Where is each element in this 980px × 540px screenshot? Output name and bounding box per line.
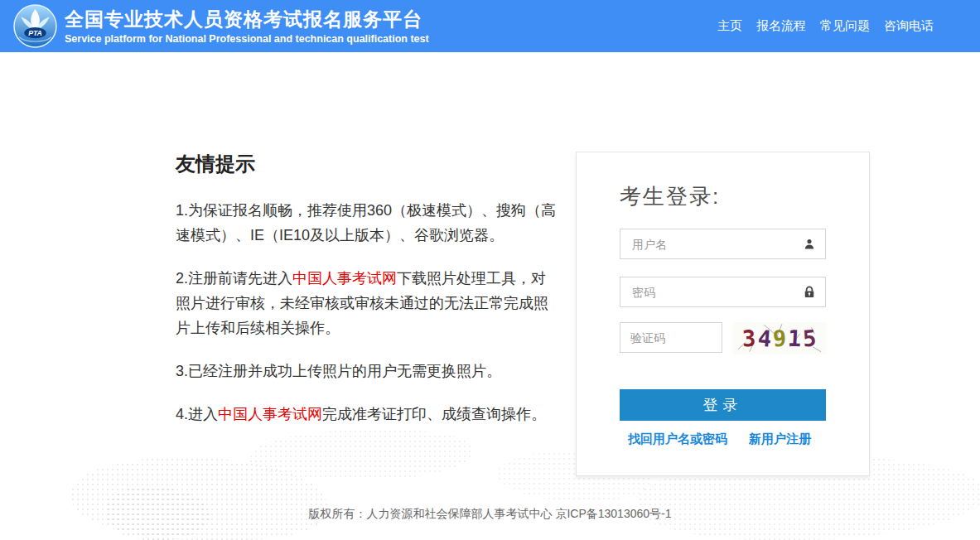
captcha-digit-0: 3 bbox=[741, 325, 758, 352]
site-title: 全国专业技术人员资格考试报名服务平台 bbox=[65, 7, 429, 31]
username-field bbox=[620, 229, 826, 259]
tips-paragraph-3: 3.已经注册并成功上传照片的用户无需更换照片。 bbox=[176, 359, 559, 383]
tips-text: 3.已经注册并成功上传照片的用户无需更换照片。 bbox=[176, 363, 501, 379]
new-user-register-link[interactable]: 新用户注册 bbox=[749, 432, 811, 447]
captcha-digit-4: 5 bbox=[801, 325, 818, 351]
header: PTA 全国专业技术人员资格考试报名服务平台 Service platform … bbox=[0, 0, 980, 52]
login-button[interactable]: 登录 bbox=[620, 389, 826, 421]
captcha-image[interactable]: 3 4 9 1 5 bbox=[733, 322, 826, 354]
site-subtitle: Service platform for National Profession… bbox=[65, 32, 429, 46]
password-field bbox=[620, 277, 826, 307]
tips-paragraph-2: 2.注册前请先进入中国人事考试网下载照片处理工具，对照片进行审核，未经审核或审核… bbox=[176, 266, 559, 340]
copyright-text: 版权所有：人力资源和社会保障部人事考试中心 京ICP备13013060号-1 bbox=[309, 507, 672, 520]
tips-text: 1.为保证报名顺畅，推荐使用360（极速模式）、搜狗（高速模式）、IE（IE10… bbox=[176, 202, 556, 243]
captcha-row: 3 4 9 1 5 bbox=[620, 322, 826, 354]
pta-logo-icon: PTA bbox=[13, 4, 57, 48]
tips-text: 4.进入 bbox=[176, 406, 218, 422]
nav-faq[interactable]: 常见问题 bbox=[820, 18, 870, 34]
tips-section: 友情提示 1.为保证报名顺畅，推荐使用360（极速模式）、搜狗（高速模式）、IE… bbox=[176, 151, 559, 445]
footer: 版权所有：人力资源和社会保障部人事考试中心 京ICP备13013060号-1 bbox=[0, 507, 980, 522]
lock-icon bbox=[802, 284, 817, 300]
forgot-credentials-link[interactable]: 找回用户名或密码 bbox=[628, 432, 727, 447]
captcha-digit-2: 9 bbox=[771, 325, 787, 352]
captcha-input[interactable] bbox=[620, 322, 722, 353]
nav-phone[interactable]: 咨询电话 bbox=[884, 18, 934, 34]
login-heading: 考生登录: bbox=[620, 182, 826, 211]
nav-registration-process[interactable]: 报名流程 bbox=[756, 18, 806, 34]
top-nav: 主页 报名流程 常见问题 咨询电话 bbox=[717, 18, 980, 34]
password-input[interactable] bbox=[620, 277, 826, 307]
login-links: 找回用户名或密码 新用户注册 bbox=[620, 432, 826, 447]
site-titles: 全国专业技术人员资格考试报名服务平台 Service platform for … bbox=[65, 7, 429, 46]
world-map-pattern bbox=[70, 457, 327, 540]
tips-heading: 友情提示 bbox=[176, 151, 559, 177]
tips-text: 完成准考证打印、成绩查询操作。 bbox=[322, 406, 546, 422]
china-personnel-exam-site-link[interactable]: 中国人事考试网 bbox=[218, 406, 322, 422]
brand: PTA 全国专业技术人员资格考试报名服务平台 Service platform … bbox=[0, 4, 429, 48]
tips-text: 2.注册前请先进入 bbox=[176, 270, 292, 287]
username-input[interactable] bbox=[620, 229, 826, 259]
page: PTA 全国专业技术人员资格考试报名服务平台 Service platform … bbox=[0, 0, 980, 540]
tips-paragraph-1: 1.为保证报名顺畅，推荐使用360（极速模式）、搜狗（高速模式）、IE（IE10… bbox=[176, 198, 559, 248]
tips-paragraph-4: 4.进入中国人事考试网完成准考证打印、成绩查询操作。 bbox=[176, 402, 559, 427]
login-panel: 考生登录: 3 4 bbox=[576, 152, 870, 476]
user-icon bbox=[802, 236, 817, 252]
china-personnel-exam-site-link[interactable]: 中国人事考试网 bbox=[292, 270, 397, 287]
captcha-digit-1: 4 bbox=[756, 325, 773, 351]
nav-home[interactable]: 主页 bbox=[717, 18, 742, 34]
pta-logo-text: PTA bbox=[28, 29, 42, 37]
